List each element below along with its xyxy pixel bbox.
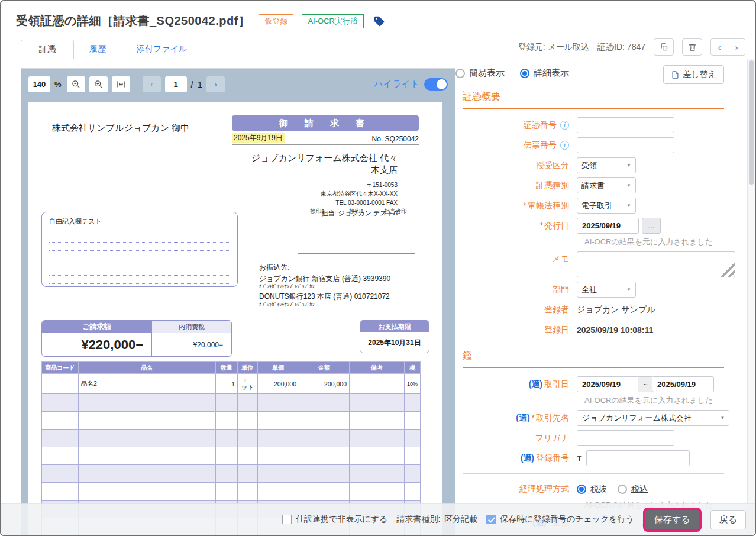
field-issue-date: *発行日 2025/09/19 ... (455, 218, 738, 234)
department-select[interactable]: 全社 ▼ (577, 282, 636, 298)
transfer-type-value: 受領 (581, 160, 597, 171)
field-department: 部門 全社 ▼ (455, 282, 738, 298)
item-cell: 200,000 (299, 374, 350, 394)
evidence-type-select[interactable]: 請求書 ▼ (577, 177, 636, 193)
furigana-input[interactable] (577, 430, 674, 446)
detail-view-option[interactable]: 詳細表示 (520, 67, 569, 79)
zoom-in-icon (94, 80, 103, 89)
invoice-addressee: 株式会社サンプルジョブカン 御中 (52, 122, 189, 134)
transfer-type-label: 授受区分 (455, 160, 577, 171)
item-row: 品名2 1 ユニット 200,000 200,000 10% (42, 374, 421, 394)
tag-icon[interactable] (373, 15, 385, 27)
required-mark: * (524, 201, 526, 210)
tax-included-value: ¥20,000− (151, 333, 231, 356)
chevron-down-icon: ▼ (721, 415, 725, 421)
zoom-in-button[interactable] (89, 76, 108, 92)
highlight-control: ハイライト (374, 78, 448, 91)
department-value: 全社 (581, 285, 597, 295)
registrant-value: ジョブカン サンプル (577, 305, 655, 315)
transaction-date-from-input[interactable]: 2025/09/19 (577, 376, 639, 392)
hide-in-journal-option[interactable]: 仕訳連携で非表示にする (282, 514, 387, 525)
scrollbar-thumb[interactable] (749, 60, 754, 185)
field-registration-number: (適)登録番号 T (455, 450, 738, 466)
field-dencho-type: *電帳法種別 電子取引 ▼ (455, 198, 738, 214)
empty-row (42, 447, 421, 465)
bottom-action-bar: 仕訳連携で非表示にする 請求書種別: 区分記載 保存時に登録番号のチェックを行う… (1, 503, 755, 535)
highlight-label: ハイライト (374, 79, 419, 90)
next-record-button[interactable]: › (728, 38, 745, 56)
scrollbar[interactable] (747, 59, 755, 536)
dencho-type-select[interactable]: 電子取引 ▼ (577, 198, 636, 214)
invoice-number: No. SQ250042 (372, 135, 419, 143)
checkbox-checked-icon (486, 515, 496, 524)
tab-evidence[interactable]: 証憑 (21, 40, 74, 59)
invoice-date-row: 2025年9月19日 No. SQ250042 (232, 133, 419, 145)
issue-date-label: 発行日 (544, 221, 569, 230)
issue-date-input[interactable]: 2025/09/19 (577, 218, 639, 234)
memo-textarea[interactable] (577, 251, 735, 277)
item-cell: 1 (216, 374, 238, 394)
back-button[interactable]: 戻る (710, 510, 746, 529)
prev-page-button[interactable]: ‹ (143, 76, 161, 92)
bank-title: お振込先: (259, 263, 390, 273)
zoom-percent-label: % (54, 80, 62, 89)
tax-excluded-option[interactable]: 税抜 (577, 484, 607, 495)
header-meta: 登録元: メール取込 証憑ID: 7847 ‹ › (518, 38, 745, 56)
transfer-type-select[interactable]: 受領 ▼ (577, 157, 636, 173)
supplier-name-label: 取引先名 (536, 413, 569, 422)
item-cell (350, 374, 405, 394)
field-evidence-type: 証憑種別 請求書 ▼ (455, 177, 738, 193)
delete-button[interactable] (682, 38, 702, 56)
replace-file-button[interactable]: 差し替え (663, 65, 724, 84)
highlight-toggle[interactable] (424, 78, 448, 91)
evidence-type-value: 請求書 (581, 180, 605, 191)
due-date-label: お支払期限 (360, 321, 429, 332)
fit-width-button[interactable] (112, 76, 130, 92)
info-icon[interactable]: i (560, 121, 569, 130)
field-transfer-type: 授受区分 受領 ▼ (455, 157, 738, 173)
info-icon[interactable]: i (560, 141, 569, 150)
bank-info: お振込先: ジョブカン銀行 新宿支店 (普通) 3939390 ｶﾌﾞｼｷｶﾞｲ… (259, 263, 390, 311)
section-title-overview: 証憑概要 (463, 91, 738, 103)
evidence-number-input[interactable] (577, 117, 674, 133)
section-rule (463, 367, 724, 368)
furigana-label: フリガナ (455, 433, 577, 444)
content: % ‹ / 1 › ハイライト (1, 59, 755, 536)
zoom-input[interactable] (28, 76, 50, 92)
date-picker-button[interactable]: ... (642, 218, 661, 234)
next-page-button[interactable]: › (206, 76, 225, 92)
viewer-toolbar: % ‹ / 1 › ハイライト (21, 69, 455, 99)
zoom-out-button[interactable] (67, 76, 85, 92)
supplier-name-combobox[interactable]: ジョブカンリフォーム株式会社 ▼ (577, 410, 729, 426)
prev-record-button[interactable]: ‹ (710, 38, 728, 56)
replace-file-icon (671, 70, 680, 79)
save-button[interactable]: 保存する (645, 510, 699, 529)
simple-view-option[interactable]: 簡易表示 (455, 67, 505, 79)
page-input[interactable] (165, 76, 187, 92)
radio-unselected-icon (618, 485, 627, 494)
free-entry-box: 自由記入欄テスト (41, 212, 238, 287)
copy-button[interactable] (654, 38, 674, 56)
col-header: 品名 (79, 362, 216, 374)
section-rule (463, 108, 724, 109)
registration-number-input[interactable] (586, 450, 690, 466)
transaction-date-to-input[interactable]: 2025/09/19 (652, 376, 714, 392)
check-registration-number-option[interactable]: 保存時に登録番号のチェックを行う (486, 514, 634, 525)
field-slip-number: 伝票番号i (455, 137, 738, 153)
pdf-viewer: % ‹ / 1 › ハイライト (21, 68, 455, 536)
slip-number-input[interactable] (577, 137, 674, 153)
tax-included-option[interactable]: 税込 (618, 484, 648, 495)
bank-kana-2: ｶﾌﾞｼｷｶﾞｲｼｬｻﾝﾌﾟﾙｼﾞｮﾌﾞｶﾝ (259, 302, 390, 308)
field-accounting-method: 経理処理方式 税抜 税込 (455, 481, 738, 497)
registration-source: 登録元: メール取込 (518, 42, 589, 53)
radio-unselected-icon (455, 69, 465, 78)
fit-width-icon (117, 80, 125, 89)
tab-history[interactable]: 履歴 (74, 39, 121, 59)
header: 受領証憑の詳細［請求書_SQ250042.pdf］ 仮登録 AI-OCR実行済 (1, 1, 755, 29)
invoice-issuer-name: ジョブカンリフォーム株式会社 代々木支店 (250, 152, 398, 176)
pdf-page: 株式会社サンプルジョブカン 御中 御 請 求 書 2025年9月19日 No. … (28, 102, 442, 536)
chevron-down-icon: ▼ (626, 203, 631, 208)
field-transaction-date: (適)取引日 2025/09/19 ~ 2025/09/19 (455, 376, 738, 392)
stamp-table: 検印2 検印1 担当者印 (298, 206, 415, 254)
tab-attachments[interactable]: 添付ファイル (121, 39, 202, 59)
